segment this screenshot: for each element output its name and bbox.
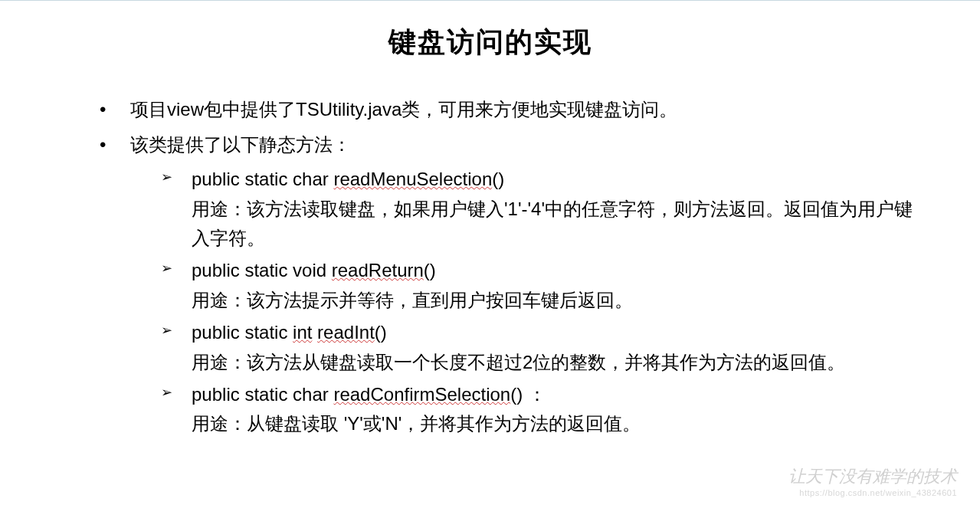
sig-prefix: public static	[192, 322, 293, 343]
slide-title: 键盘访问的实现	[54, 24, 926, 61]
method-sig-3: public static int readInt()	[192, 322, 387, 343]
sig-name: readReturn	[332, 260, 424, 280]
method-item-3: public static int readInt() 用途：该方法从键盘读取一…	[161, 318, 926, 377]
method-sig-1: public static char readMenuSelection()	[192, 169, 504, 189]
sig-suffix: ()	[492, 169, 504, 189]
method-sig-2: public static void readReturn()	[192, 260, 436, 280]
sig-suffix: ()	[424, 260, 436, 280]
method-desc-2: 用途：该方法提示并等待，直到用户按回车键后返回。	[192, 286, 926, 315]
method-desc-4: 用途：从键盘读取 'Y'或'N'，并将其作为方法的返回值。	[192, 409, 926, 438]
watermark-sub: https://blog.csdn.net/weixin_43824601	[788, 488, 957, 497]
sig-int: int	[293, 322, 312, 343]
sig-name: readConfirmSelection	[333, 384, 510, 405]
slide-content: 键盘访问的实现 项目view包中提供了TSUtility.java类，可用来方便…	[0, 1, 980, 439]
method-desc-1: 用途：该方法读取键盘，如果用户键入'1'-'4'中的任意字符，则方法返回。返回值…	[192, 195, 926, 254]
bullet-item-1: 项目view包中提供了TSUtility.java类，可用来方便地实现键盘访问。	[100, 92, 926, 127]
method-item-4: public static char readConfirmSelection(…	[161, 380, 926, 439]
outer-bullet-list: 项目view包中提供了TSUtility.java类，可用来方便地实现键盘访问。…	[54, 92, 926, 439]
sig-name: readMenuSelection	[333, 169, 492, 189]
method-list: public static char readMenuSelection() 用…	[130, 165, 926, 439]
method-item-2: public static void readReturn() 用途：该方法提示…	[161, 256, 926, 315]
bullet-text-2: 该类提供了以下静态方法：	[130, 134, 351, 155]
bullet-item-2: 该类提供了以下静态方法： public static char readMenu…	[100, 127, 926, 439]
method-sig-4: public static char readConfirmSelection(…	[192, 384, 546, 405]
sig-suffix: ()	[375, 322, 387, 343]
method-item-1: public static char readMenuSelection() 用…	[161, 165, 926, 253]
sig-suffix: () ：	[510, 384, 546, 405]
bullet-text-1: 项目view包中提供了TSUtility.java类，可用来方便地实现键盘访问。	[130, 99, 677, 120]
sig-prefix: public static void	[192, 260, 332, 280]
sig-name: readInt	[317, 322, 375, 343]
watermark-main: 让天下没有难学的技术	[788, 465, 957, 488]
watermark: 让天下没有难学的技术 https://blog.csdn.net/weixin_…	[788, 465, 957, 497]
method-desc-3: 用途：该方法从键盘读取一个长度不超过2位的整数，并将其作为方法的返回值。	[192, 348, 926, 377]
sig-prefix: public static char	[192, 384, 333, 405]
sig-prefix: public static char	[192, 169, 333, 189]
